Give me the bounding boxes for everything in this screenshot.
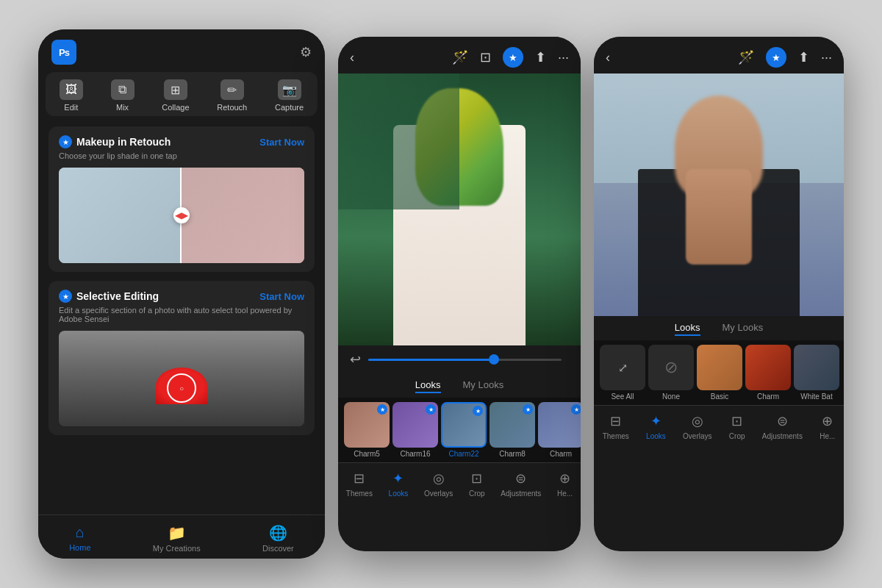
toolbar-more[interactable]: ⊕ He... bbox=[557, 470, 573, 498]
makeup-start-now[interactable]: Start Now bbox=[259, 137, 304, 148]
p3-wand-icon[interactable]: 🪄 bbox=[738, 49, 754, 65]
whitebat-thumb bbox=[794, 345, 839, 390]
discover-label: Discover bbox=[262, 544, 294, 553]
p3-toolbar-adjustments[interactable]: ⊜ Adjustments bbox=[762, 413, 803, 440]
charm8-badge: ★ bbox=[523, 404, 533, 415]
charm-label: Charm bbox=[550, 450, 572, 458]
hair-shape bbox=[686, 169, 752, 265]
selective-star-badge: ★ bbox=[59, 290, 72, 303]
intensity-slider-fill bbox=[368, 359, 494, 361]
my-looks-tab[interactable]: My Looks bbox=[463, 379, 504, 393]
p3-share-icon[interactable]: ⬆ bbox=[798, 49, 809, 65]
toolbar-looks[interactable]: ✦ Looks bbox=[389, 470, 409, 498]
nav-mix[interactable]: ⧉ Mix bbox=[111, 79, 135, 112]
nav-capture[interactable]: 📷 Capture bbox=[275, 79, 304, 112]
intensity-slider-thumb[interactable] bbox=[489, 354, 499, 365]
selective-start-now[interactable]: Start Now bbox=[259, 291, 304, 302]
phone-3: ‹ 🪄 ★ ⬆ ··· Looks My Looks bbox=[594, 37, 844, 551]
share-icon[interactable]: ⬆ bbox=[535, 49, 546, 65]
undo-icon[interactable]: ↩ bbox=[350, 351, 361, 368]
p3-toolbar-more[interactable]: ⊕ He... bbox=[820, 413, 835, 440]
phone3-header: ‹ 🪄 ★ ⬆ ··· bbox=[594, 37, 844, 74]
more-label: He... bbox=[557, 490, 573, 498]
more-icon[interactable]: ··· bbox=[558, 50, 569, 65]
overlays-icon: ◎ bbox=[433, 470, 445, 487]
overlays-label: Overlays bbox=[424, 490, 453, 498]
p3-looks-label: Looks bbox=[646, 432, 666, 440]
foliage-bg bbox=[338, 74, 459, 209]
look-item-charm22[interactable]: ★ Charm22 bbox=[441, 402, 487, 458]
nav-edit[interactable]: 🖼 Edit bbox=[60, 79, 83, 112]
phone1-content: ★ Makeup in Retouch Start Now Choose you… bbox=[38, 116, 325, 435]
bottom-nav-creations[interactable]: 📁 My Creations bbox=[153, 524, 201, 553]
p3-themes-label: Themes bbox=[603, 432, 629, 440]
p3-look-basic[interactable]: Basic bbox=[697, 345, 742, 401]
more-tools-icon: ⊕ bbox=[559, 470, 570, 487]
p3-my-looks-tab[interactable]: My Looks bbox=[723, 322, 764, 336]
charm16-badge: ★ bbox=[426, 404, 436, 415]
p3-toolbar-themes[interactable]: ⊟ Themes bbox=[603, 413, 629, 440]
screenshots-container: Ps ⚙ 🖼 Edit ⧉ Mix ⊞ Collage ✏ Retouch 📷 bbox=[38, 29, 844, 559]
looks-tab[interactable]: Looks bbox=[415, 379, 441, 393]
umbrella-preview-image: ○ bbox=[59, 331, 304, 426]
charm22-badge: ★ bbox=[473, 406, 483, 416]
toolbar-adjustments[interactable]: ⊜ Adjustments bbox=[501, 470, 541, 498]
look-item-charm[interactable]: ★ Charm bbox=[538, 402, 581, 458]
look-item-charm5[interactable]: ★ Charm5 bbox=[344, 402, 390, 458]
makeup-star-badge: ★ bbox=[59, 135, 72, 148]
creations-icon: 📁 bbox=[168, 524, 186, 542]
bottom-nav-home[interactable]: ⌂ Home bbox=[69, 524, 90, 553]
nav-retouch-label: Retouch bbox=[217, 103, 247, 112]
see-all-label: See All bbox=[611, 392, 634, 401]
p3-look-whitebat[interactable]: White Bat bbox=[794, 345, 839, 401]
split-handle[interactable]: ◀▶ bbox=[173, 207, 190, 223]
phone-1: Ps ⚙ 🖼 Edit ⧉ Mix ⊞ Collage ✏ Retouch 📷 bbox=[38, 29, 325, 559]
toolbar-overlays[interactable]: ◎ Overlays bbox=[424, 470, 453, 498]
p3-overlays-label: Overlays bbox=[683, 432, 711, 440]
nav-mix-label: Mix bbox=[116, 103, 129, 112]
look-item-charm16[interactable]: ★ Charm16 bbox=[392, 402, 438, 458]
phone2-main-image bbox=[338, 74, 581, 345]
selective-feature-title: Selective Editing bbox=[76, 290, 159, 302]
crop-label: Crop bbox=[469, 490, 485, 498]
back-chevron-icon[interactable]: ‹ bbox=[350, 50, 354, 65]
p3-themes-icon: ⊟ bbox=[610, 413, 621, 429]
p3-look-see-all[interactable]: ⤢ See All bbox=[600, 345, 645, 401]
phone2-looks-strip: ★ Charm5 ★ Charm16 ★ Charm22 ★ Ch bbox=[338, 398, 581, 462]
p3-more-icon[interactable]: ··· bbox=[821, 50, 832, 65]
adjustments-label: Adjustments bbox=[501, 490, 541, 498]
nav-collage[interactable]: ⊞ Collage bbox=[162, 79, 189, 112]
p3-look-charm[interactable]: Charm bbox=[745, 345, 791, 401]
p3-star-button[interactable]: ★ bbox=[766, 47, 786, 68]
compare-icon[interactable]: ⊡ bbox=[480, 49, 491, 65]
nav-retouch[interactable]: ✏ Retouch bbox=[217, 79, 247, 112]
crop-icon: ⊡ bbox=[471, 470, 482, 487]
p3-toolbar-overlays[interactable]: ◎ Overlays bbox=[683, 413, 711, 440]
p3-looks-tab[interactable]: Looks bbox=[675, 322, 700, 336]
makeup-preview-image: ◀▶ bbox=[59, 168, 304, 263]
looks-icon: ✦ bbox=[392, 470, 404, 487]
ps-logo: Ps bbox=[51, 40, 76, 65]
p3-look-none[interactable]: ⊘ None bbox=[648, 345, 694, 401]
wand-icon[interactable]: 🪄 bbox=[452, 49, 468, 65]
bottom-nav-discover[interactable]: 🌐 Discover bbox=[262, 524, 294, 553]
phone3-toolbar: ⊟ Themes ✦ Looks ◎ Overlays ⊡ Crop ⊜ Adj… bbox=[594, 405, 844, 446]
edit-icon: 🖼 bbox=[60, 79, 83, 100]
makeup-feature-card: ★ Makeup in Retouch Start Now Choose you… bbox=[49, 126, 315, 272]
star-button[interactable]: ★ bbox=[503, 47, 523, 68]
toolbar-crop[interactable]: ⊡ Crop bbox=[469, 470, 485, 498]
p3-toolbar-crop[interactable]: ⊡ Crop bbox=[729, 413, 745, 440]
charm22-thumb: ★ bbox=[441, 402, 487, 448]
toolbar-themes[interactable]: ⊟ Themes bbox=[346, 470, 373, 498]
selective-feature-header: ★ Selective Editing Start Now bbox=[59, 290, 304, 303]
makeup-after bbox=[182, 168, 304, 263]
gear-icon[interactable]: ⚙ bbox=[300, 44, 312, 60]
look-item-charm8[interactable]: ★ Charm8 bbox=[490, 402, 535, 458]
p3-back-chevron-icon[interactable]: ‹ bbox=[606, 50, 610, 65]
p3-toolbar-looks[interactable]: ✦ Looks bbox=[646, 413, 666, 440]
capture-icon: 📷 bbox=[278, 79, 301, 100]
see-all-thumb: ⤢ bbox=[600, 345, 645, 390]
makeup-feature-title: Makeup in Retouch bbox=[76, 136, 171, 148]
woman-flowers-background bbox=[338, 74, 581, 345]
none-label: None bbox=[662, 392, 680, 401]
